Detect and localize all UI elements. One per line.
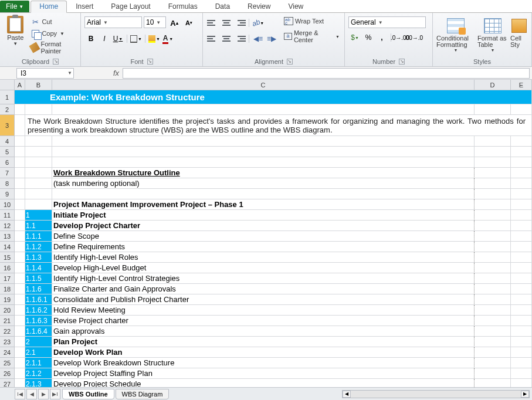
increase-indent-button[interactable]: ≡▶ [265,32,278,45]
cell[interactable] [52,136,475,147]
cell[interactable] [475,326,511,337]
cell[interactable] [511,210,532,221]
sheet-tab-wbs-outline[interactable]: WBS Outline [62,389,114,399]
cell[interactable] [25,157,52,168]
shrink-font-button[interactable]: A▾ [182,16,195,29]
wbs-number-cell[interactable]: 1.1.6.2 [25,305,52,316]
wbs-number-cell[interactable]: 2.1.2 [25,368,52,379]
cell[interactable] [15,263,25,273]
format-as-table-button[interactable]: Format as Table▼ [477,15,508,52]
merge-center-button[interactable]: Merge & Center▼ [283,29,341,44]
dialog-launcher[interactable]: ↘ [399,59,405,65]
project-title-cell[interactable]: Project Management Improvement Project –… [52,199,475,210]
wbs-number-cell[interactable]: 2 [25,337,52,347]
cell[interactable] [15,136,25,147]
decrease-decimal-button[interactable]: .00→.0 [407,31,420,44]
cell[interactable] [511,136,532,147]
cell[interactable] [15,326,25,337]
cell[interactable] [15,242,25,252]
row-header-19[interactable]: 19 [0,294,15,305]
font-size-select[interactable]: 10▼ [144,16,166,28]
dialog-launcher[interactable]: ↘ [53,59,59,65]
cell[interactable] [475,178,511,189]
cell[interactable] [15,189,25,199]
cell[interactable] [15,316,25,326]
decrease-indent-button[interactable]: ◀≡ [252,32,265,45]
wbs-task-cell[interactable]: Define Requirements [52,242,475,252]
cell[interactable] [511,147,532,157]
cell[interactable] [15,337,25,347]
cut-button[interactable]: ✂Cut [29,16,77,27]
align-top-button[interactable] [206,16,219,29]
cell[interactable] [475,263,511,273]
row-header-10[interactable]: 10 [0,199,15,210]
cell-styles-button[interactable]: Cell Sty [510,15,528,48]
number-format-select[interactable]: General▼ [348,16,426,28]
wbs-number-cell[interactable]: 1.1.6.1 [25,294,52,305]
cell[interactable] [25,178,52,189]
cell[interactable] [511,231,532,242]
cell[interactable] [15,284,25,294]
wbs-task-cell[interactable]: Consolidate and Publish Project Charter [52,294,475,305]
wbs-number-cell[interactable]: 1.1.4 [25,263,52,273]
sheet-nav-last[interactable]: ▶I [50,389,60,399]
wbs-task-cell[interactable]: Initiate Project [52,210,475,221]
font-color-button[interactable]: A▼ [161,32,174,45]
font-name-select[interactable]: Arial▼ [84,16,142,28]
paste-button[interactable]: Paste ▼ [4,14,27,46]
row-header-14[interactable]: 14 [0,242,15,252]
cell[interactable] [475,284,511,294]
name-box[interactable]: I3▼ [16,68,74,79]
cell[interactable] [52,189,475,199]
cell[interactable] [511,337,532,347]
cell[interactable] [511,316,532,326]
wbs-number-cell[interactable]: 1.1.6 [25,284,52,294]
align-left-button[interactable] [206,32,219,45]
cell[interactable] [475,104,511,115]
scroll-right-button[interactable]: ▶ [521,391,529,398]
cell[interactable] [15,347,25,358]
cell[interactable] [511,368,532,379]
cell[interactable] [15,157,25,168]
cell[interactable] [511,168,532,178]
wbs-number-cell[interactable]: 1.1.6.3 [25,316,52,326]
cell[interactable] [475,316,511,326]
cell[interactable] [511,358,532,368]
cell[interactable] [475,305,511,316]
wbs-task-cell[interactable]: Develop Project Staffing Plan [52,368,475,379]
cell[interactable] [15,294,25,305]
border-button[interactable]: ▼ [130,32,143,45]
cell[interactable] [511,263,532,273]
row-header-5[interactable]: 5 [0,147,15,157]
fill-color-button[interactable]: ▼ [148,32,161,45]
percent-button[interactable]: % [362,31,375,44]
tab-insert[interactable]: Insert [67,1,102,13]
column-header-D[interactable]: D [475,80,511,90]
wbs-number-cell[interactable]: 2.1.3 [25,379,52,387]
wbs-number-cell[interactable]: 2.1.1 [25,358,52,368]
row-header-23[interactable]: 23 [0,337,15,347]
fx-icon[interactable]: fx [110,69,123,77]
cell[interactable] [511,221,532,231]
row-header-8[interactable]: 8 [0,178,15,189]
cell[interactable] [511,305,532,316]
cell[interactable] [25,199,52,210]
wbs-task-cell[interactable]: Define Scope [52,231,475,242]
cell[interactable] [511,104,532,115]
formula-bar[interactable] [123,68,530,79]
cell[interactable] [15,221,25,231]
cell[interactable] [15,104,25,115]
cell[interactable] [15,368,25,379]
tab-review[interactable]: Review [239,1,279,13]
underline-button[interactable]: U▼ [111,32,124,45]
cell[interactable] [15,231,25,242]
align-right-button[interactable] [233,32,246,45]
cell[interactable] [475,358,511,368]
row-header-18[interactable]: 18 [0,284,15,294]
cell[interactable] [475,242,511,252]
cell[interactable] [15,147,25,157]
cell[interactable] [511,347,532,358]
row-header-16[interactable]: 16 [0,263,15,273]
conditional-formatting-button[interactable]: Conditional Formatting▼ [436,15,475,52]
cell[interactable] [475,168,511,178]
